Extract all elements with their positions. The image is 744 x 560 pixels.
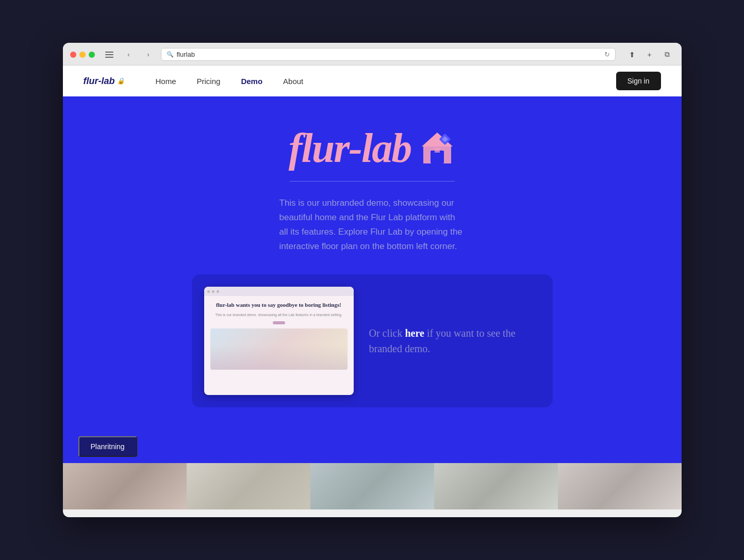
- hero-title-row: flur-lab: [289, 127, 455, 169]
- demo-cta-text: Or click here if you want to see the bra…: [369, 325, 540, 356]
- bottom-bar: Planritning: [63, 428, 682, 509]
- sidebar-toggle-button[interactable]: [102, 49, 117, 60]
- svg-rect-0: [105, 52, 113, 53]
- nav-about[interactable]: About: [283, 77, 303, 86]
- bottom-images: [63, 463, 682, 509]
- bottom-image-3: [310, 463, 434, 509]
- demo-card: flur-lab wants you to say goodbye to bor…: [192, 274, 553, 407]
- nav-links: Home Pricing Demo About: [156, 77, 616, 86]
- demo-dot-1: [207, 290, 210, 293]
- bottom-image-2: [187, 463, 310, 509]
- demo-screen-chrome: [204, 287, 354, 296]
- close-button[interactable]: [70, 52, 76, 58]
- bottom-image-4: [434, 463, 558, 509]
- demo-screen-body: flur-lab wants you to say goodbye to bor…: [204, 296, 354, 395]
- back-button[interactable]: ‹: [122, 49, 136, 60]
- demo-screen-subtext: This is our branded demo. showcasing all…: [215, 312, 342, 318]
- hero-section: flur-lab This is our unbranded demo, sho…: [63, 96, 682, 428]
- address-bar-container: 🔍 flurlab ↻: [161, 48, 616, 61]
- demo-dot-2: [212, 290, 214, 293]
- hero-title: flur-lab: [289, 127, 411, 169]
- svg-rect-2: [105, 57, 113, 58]
- address-bar[interactable]: flurlab: [177, 51, 601, 58]
- svg-rect-1: [105, 54, 113, 55]
- hero-house-icon: [419, 130, 455, 166]
- demo-screenshot: flur-lab wants you to say goodbye to bor…: [204, 287, 354, 395]
- new-tab-button[interactable]: +: [642, 49, 657, 60]
- forward-button[interactable]: ›: [141, 49, 156, 60]
- search-icon: 🔍: [167, 51, 174, 58]
- tabs-button[interactable]: ⧉: [660, 49, 674, 60]
- minimize-button[interactable]: [79, 52, 86, 58]
- nav-home[interactable]: Home: [156, 77, 176, 86]
- demo-screen-headline: flur-lab wants you to say goodbye to bor…: [216, 301, 341, 309]
- planritning-button[interactable]: Planritning: [78, 436, 137, 457]
- browser-chrome: ‹ › 🔍 flurlab ↻ ⬆ + ⧉: [63, 43, 682, 65]
- demo-cta-prefix: Or click: [369, 327, 405, 339]
- navigation: flur-lab 🔒 Home Pricing Demo About Sign …: [63, 65, 682, 96]
- signin-button[interactable]: Sign in: [616, 72, 661, 90]
- browser-window: ‹ › 🔍 flurlab ↻ ⬆ + ⧉ flur-lab 🔒 Home Pr…: [63, 43, 682, 517]
- demo-screen-image: [210, 328, 348, 370]
- nav-pricing[interactable]: Pricing: [197, 77, 221, 86]
- hero-description: This is our unbranded demo, showcasing o…: [279, 196, 465, 254]
- bottom-image-1: [63, 463, 187, 509]
- logo[interactable]: flur-lab 🔒: [84, 76, 125, 87]
- maximize-button[interactable]: [89, 52, 95, 58]
- demo-dot-3: [217, 290, 219, 293]
- demo-cta-link[interactable]: here: [405, 327, 424, 339]
- reload-icon[interactable]: ↻: [604, 51, 610, 58]
- logo-text: flur-lab: [84, 76, 115, 87]
- browser-actions: ⬆ + ⧉: [625, 49, 674, 60]
- demo-screen-cta-bar: [273, 321, 285, 324]
- logo-icon: 🔒: [117, 77, 125, 85]
- share-button[interactable]: ⬆: [625, 49, 639, 60]
- hero-divider: [290, 181, 455, 182]
- bottom-image-5: [558, 463, 682, 509]
- website: flur-lab 🔒 Home Pricing Demo About Sign …: [63, 65, 682, 509]
- nav-demo[interactable]: Demo: [241, 77, 262, 86]
- traffic-lights: [70, 52, 95, 58]
